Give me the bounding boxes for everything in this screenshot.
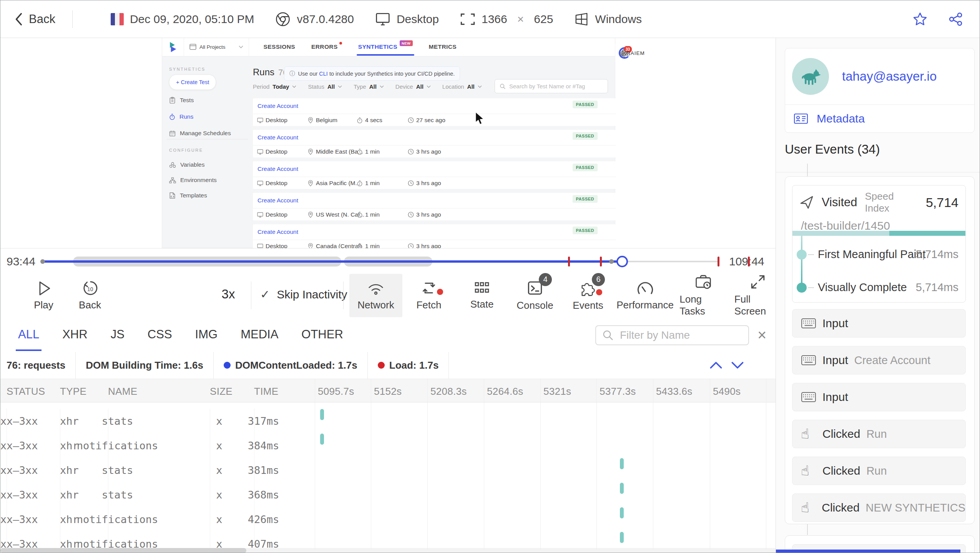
mouse-cursor-icon <box>474 111 485 126</box>
panel-toggle-buttons: NetworkFetchState4Console6EventsPerforma… <box>349 274 786 317</box>
run-status-badge: PASSED <box>573 227 598 234</box>
timeline-playhead[interactable] <box>616 256 628 267</box>
run-name-link[interactable]: Create Account <box>257 228 298 235</box>
panel-button-network[interactable]: Network <box>349 274 402 317</box>
metadata-button[interactable]: Metadata <box>785 104 974 132</box>
close-network-panel-button[interactable]: × <box>757 326 766 343</box>
alert-dot <box>437 289 443 295</box>
panel-button-state[interactable]: State <box>455 274 508 317</box>
chevron-up-icon[interactable] <box>709 361 723 369</box>
panel-button-performance[interactable]: Performance <box>615 274 676 317</box>
run-ago: 27 sec ago <box>408 117 445 124</box>
network-request-row[interactable]: 2xx–3xxxhrstatsx381ms <box>0 452 776 476</box>
topbar-actions <box>912 12 963 27</box>
more-menu-button[interactable]: ⋮ <box>615 44 629 62</box>
timeline-event-marker <box>718 257 719 267</box>
network-tab-xhr[interactable]: XHR <box>62 328 87 341</box>
event-item-input[interactable]: InputCreate Account <box>792 346 966 374</box>
run-card[interactable]: Create AccountDesktopCanada (Central)1 m… <box>253 224 616 248</box>
event-item-clicked[interactable]: ☝ClickedNEW SYNTHETICS <box>792 493 966 522</box>
chevron-down-icon[interactable] <box>731 361 744 369</box>
panel-button-long-tasks[interactable]: Long Tasks <box>676 274 731 317</box>
run-detail-row: DesktopMiddle East (Ba...1 min3 hrs ago <box>253 145 616 157</box>
network-tab-all[interactable]: ALL <box>18 328 39 341</box>
event-connector-2 <box>807 524 808 535</box>
play-button[interactable]: Play <box>23 280 64 311</box>
network-request-row[interactable]: 2xx–3xxxhrnotificationsx426ms <box>0 501 776 525</box>
summary-item: DOM Building Time: 1.6s <box>76 352 214 379</box>
speed-index-label: Speed Index <box>865 190 918 214</box>
keyboard-icon <box>801 318 818 329</box>
app-sidebar-item-environments[interactable]: Environments <box>169 176 217 185</box>
filter-status[interactable]: StatusAll <box>308 83 342 90</box>
app-sidebar-item-variables[interactable]: Variables <box>169 160 204 169</box>
app-sidebar-item-tests[interactable]: Tests <box>169 96 194 105</box>
run-card[interactable]: Create AccountDesktopBelgium4 secs27 sec… <box>253 98 616 126</box>
column-divider <box>766 379 766 550</box>
runs-search-input[interactable]: Search by Test Name or #Tag <box>495 79 608 93</box>
back-button[interactable]: Back <box>14 12 55 26</box>
run-device: Desktop <box>257 243 287 248</box>
share-button[interactable] <box>948 12 963 27</box>
app-tab-synthetics[interactable]: SYNTHETICSNEW <box>358 43 413 50</box>
app-tab-metrics[interactable]: METRICS <box>429 43 457 50</box>
create-test-button[interactable]: + Create Test <box>169 75 216 90</box>
timeline-track[interactable] <box>43 261 718 262</box>
time-column-header: 5264.6s <box>487 386 523 397</box>
error-dot <box>339 42 342 45</box>
network-request-row[interactable]: 2xx–3xxxhrnotificationsx407ms <box>0 525 776 550</box>
app-top-nav: All Projects SESSIONSERRORSSYNTHETICSNEW… <box>162 38 615 56</box>
user-email[interactable]: tahay@asayer.io <box>842 69 937 84</box>
run-name-link[interactable]: Create Account <box>257 166 298 172</box>
event-item-input[interactable]: Input <box>792 309 966 338</box>
app-tab-sessions[interactable]: SESSIONS <box>264 43 295 50</box>
favorite-star-button[interactable] <box>912 12 928 27</box>
network-tab-css[interactable]: CSS <box>148 328 172 341</box>
event-item-input[interactable]: Input <box>792 383 966 411</box>
app-sidebar-item-templates[interactable]: Templates <box>169 191 207 200</box>
visited-event-card[interactable]: Visited Speed Index 5,714 /test-builder/… <box>792 185 966 303</box>
panel-button-console[interactable]: 4Console <box>508 274 561 317</box>
filter-device[interactable]: DeviceAll <box>395 83 431 90</box>
run-card[interactable]: Create AccountDesktopMiddle East (Ba...1… <box>253 130 616 157</box>
network-tab-img[interactable]: IMG <box>195 328 218 341</box>
run-name-link[interactable]: Create Account <box>257 197 298 204</box>
filter-period[interactable]: PeriodToday <box>253 83 296 90</box>
sitemap-icon <box>169 177 176 184</box>
user-events-title: User Events (34) <box>785 142 880 157</box>
run-location: US West (N. Cal... <box>307 211 364 218</box>
event-item-clicked[interactable]: ☝ClickedRun <box>792 457 966 485</box>
scrollbar-thumb[interactable] <box>0 548 246 553</box>
event-item-clicked[interactable]: ☝ClickedRun <box>792 420 966 448</box>
skip-inactivity-toggle[interactable]: ✓ Skip Inactivity <box>260 288 347 301</box>
network-tab-other[interactable]: OTHER <box>301 328 343 341</box>
network-request-row[interactable]: 2xx–3xxxhrstatsx317ms <box>0 402 776 427</box>
network-request-row[interactable]: 2xx–3xxxhrstatsx368ms <box>0 476 776 501</box>
cli-link[interactable]: CLI <box>319 71 328 77</box>
app-sidebar-item-manage-schedules[interactable]: Manage Schedules <box>169 129 231 138</box>
run-name-link[interactable]: Create Account <box>257 103 298 109</box>
run-card[interactable]: Create AccountDesktopUS West (N. Cal...1… <box>253 193 616 220</box>
run-card[interactable]: Create AccountDesktopAsia Pacific (M...1… <box>253 161 616 189</box>
panel-button-events[interactable]: 6Events <box>561 274 615 317</box>
network-request-row[interactable]: 2xx–3xxxhrnotificationsx384ms <box>0 427 776 452</box>
panel-button-fetch[interactable]: Fetch <box>402 274 455 317</box>
network-filter-input[interactable] <box>619 329 736 342</box>
run-detail-row: DesktopBelgium4 secs27 sec ago <box>253 114 616 126</box>
app-sidebar-item-runs[interactable]: Runs <box>169 112 193 121</box>
expand-icon <box>750 274 766 290</box>
run-name-link[interactable]: Create Account <box>257 134 298 141</box>
project-selector[interactable]: All Projects <box>184 38 249 56</box>
navigation-icon <box>799 195 814 210</box>
network-tab-media[interactable]: MEDIA <box>241 328 278 341</box>
column-divider <box>315 379 315 550</box>
total-time: 109:44 <box>729 255 764 268</box>
visited-metric-row: Visually Complete5,714ms <box>792 280 965 295</box>
speed-toggle[interactable]: 3x <box>211 287 246 301</box>
filter-type[interactable]: TypeAll <box>354 83 384 90</box>
app-tab-errors[interactable]: ERRORS <box>311 43 342 50</box>
back-10s-button[interactable]: 10 Back <box>69 280 111 311</box>
filter-location[interactable]: LocationAll <box>442 83 482 90</box>
time-column-header: 5490s <box>713 386 741 397</box>
network-tab-js[interactable]: JS <box>111 328 125 341</box>
